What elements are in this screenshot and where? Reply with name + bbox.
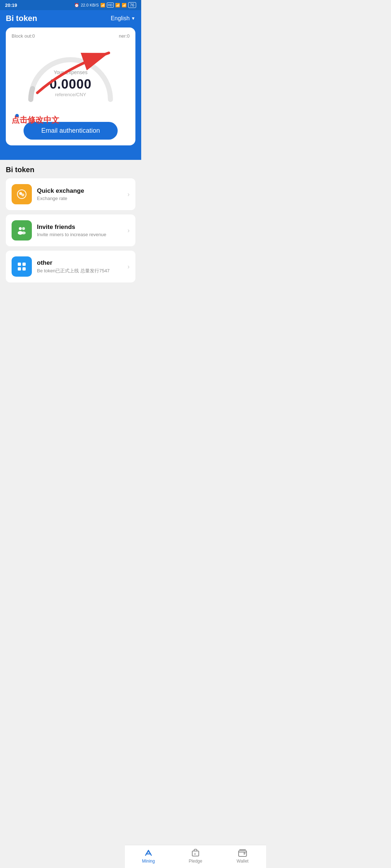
- other-subtitle: Be token已正式上线 总量发行7547: [37, 268, 122, 274]
- expenses-unit: reference/CNY: [50, 92, 92, 97]
- invite-friends-icon-box: [12, 220, 32, 241]
- language-label: English: [111, 15, 130, 22]
- coins-icon: [16, 189, 27, 200]
- chevron-right-icon3: ›: [127, 263, 130, 271]
- app-header: Bi token English ▼: [0, 10, 141, 23]
- quick-exchange-icon-box: [12, 184, 32, 204]
- quick-exchange-title: Quick exchange: [37, 187, 122, 195]
- expenses-label: Your Expenses: [50, 69, 92, 75]
- gauge-center: Your Expenses 0.0000 reference/CNY: [50, 69, 92, 97]
- chinese-annotation: 点击修改中文: [12, 115, 59, 125]
- expenses-value: 0.0000: [50, 77, 92, 92]
- quick-exchange-subtitle: Exchange rate: [37, 196, 122, 201]
- menu-item-other[interactable]: other Be token已正式上线 总量发行7547 ›: [6, 251, 135, 282]
- other-title: other: [37, 259, 122, 267]
- app-title: Bi token: [6, 14, 37, 23]
- alarm-icon: ⏰: [74, 3, 79, 8]
- card-top-row: Block out:0 ner:0: [12, 33, 130, 39]
- svg-point-3: [21, 193, 24, 196]
- invite-friends-subtitle: Invite miners to increase revenue: [37, 232, 122, 237]
- chevron-down-icon: ▼: [131, 16, 135, 21]
- status-bar: 20:19 ⏰ 22.0 KB/S 📶 HD 📶 📶 76: [0, 0, 141, 10]
- main-card: Block out:0 ner:0 Your Expenses 0.0000 r…: [6, 27, 135, 145]
- status-icons: ⏰ 22.0 KB/S 📶 HD 📶 📶 76: [74, 2, 136, 8]
- signal2-icon: 📶: [122, 3, 127, 8]
- gauge-container: Your Expenses 0.0000 reference/CNY: [12, 42, 130, 114]
- other-text: other Be token已正式上线 总量发行7547: [37, 259, 122, 274]
- svg-rect-10: [18, 267, 21, 271]
- section-title: Bi token: [6, 166, 135, 174]
- invite-friends-title: Invite friends: [37, 224, 122, 231]
- hd-icon: HD: [107, 3, 114, 8]
- signal-icon: 📶: [115, 3, 120, 8]
- miner-label: ner:0: [119, 33, 130, 39]
- svg-point-7: [21, 231, 26, 234]
- quick-exchange-text: Quick exchange Exchange rate: [37, 187, 122, 201]
- menu-item-quick-exchange[interactable]: Quick exchange Exchange rate ›: [6, 178, 135, 210]
- blue-section: Block out:0 ner:0 Your Expenses 0.0000 r…: [0, 23, 141, 160]
- status-time: 20:19: [5, 3, 17, 8]
- other-icon-box: [12, 256, 32, 277]
- menu-item-invite-friends[interactable]: Invite friends Invite miners to increase…: [6, 214, 135, 246]
- invite-friends-text: Invite friends Invite miners to increase…: [37, 224, 122, 237]
- friends-icon: [16, 225, 28, 236]
- svg-point-5: [22, 227, 25, 230]
- svg-rect-11: [22, 267, 26, 271]
- battery-icon: 76: [128, 2, 136, 8]
- content-section: Bi token Quick exchange Exchange rate ›: [0, 160, 141, 293]
- chevron-right-icon: ›: [127, 191, 130, 198]
- chevron-right-icon2: ›: [127, 227, 130, 234]
- wifi-icon: 📶: [100, 3, 105, 8]
- svg-rect-8: [18, 263, 21, 266]
- block-out-label: Block out:0: [12, 33, 35, 39]
- svg-point-4: [19, 227, 22, 230]
- network-speed: 22.0 KB/S: [81, 3, 99, 7]
- grid-icon: [16, 261, 28, 272]
- svg-rect-9: [22, 263, 26, 266]
- language-selector[interactable]: English ▼: [111, 15, 135, 22]
